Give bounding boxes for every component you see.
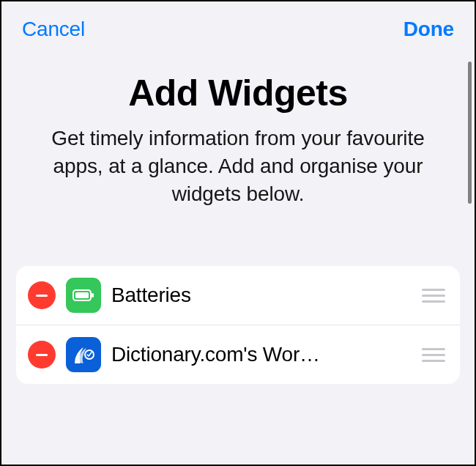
dictionary-glyph-icon xyxy=(70,341,97,368)
cancel-button[interactable]: Cancel xyxy=(22,18,85,41)
done-button[interactable]: Done xyxy=(404,18,454,41)
svg-rect-2 xyxy=(92,293,94,297)
drag-handle-icon[interactable] xyxy=(422,348,448,362)
modal-header: Cancel Done xyxy=(1,1,475,48)
title-section: Add Widgets Get timely information from … xyxy=(1,48,475,207)
minus-icon xyxy=(36,295,48,297)
page-title: Add Widgets xyxy=(37,72,439,114)
delete-button[interactable] xyxy=(28,341,56,369)
battery-icon xyxy=(66,278,101,313)
dictionary-icon xyxy=(66,337,101,372)
widgets-modal: Cancel Done Add Widgets Get timely infor… xyxy=(1,1,475,465)
widget-list: Batteries Dictionary.com's Wor… xyxy=(16,266,460,384)
scrollbar[interactable] xyxy=(468,62,472,204)
svg-rect-1 xyxy=(75,292,89,298)
drag-handle-icon[interactable] xyxy=(422,289,448,303)
page-subtitle: Get timely information from your favouri… xyxy=(37,125,439,207)
battery-glyph-icon xyxy=(72,289,94,301)
widget-label: Batteries xyxy=(111,284,412,307)
delete-button[interactable] xyxy=(28,281,56,309)
list-item: Dictionary.com's Wor… xyxy=(16,325,460,384)
list-item: Batteries xyxy=(16,266,460,325)
minus-icon xyxy=(36,354,48,357)
widget-label: Dictionary.com's Wor… xyxy=(111,343,412,366)
